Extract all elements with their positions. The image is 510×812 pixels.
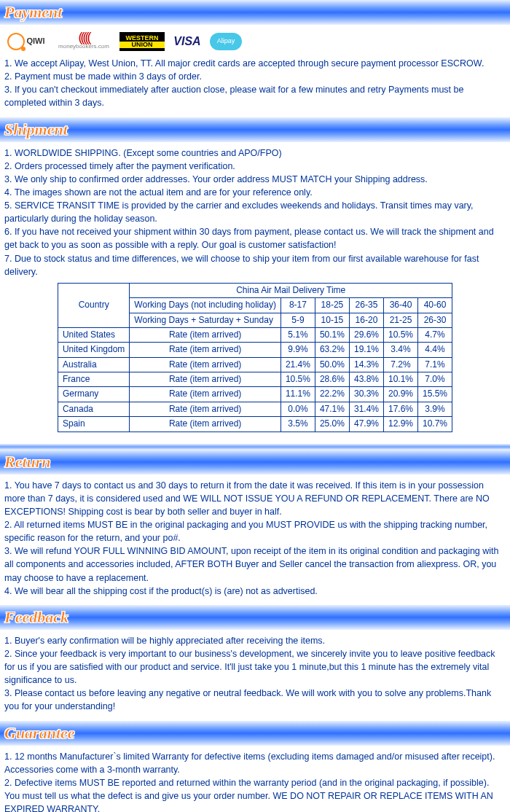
rate-cell: 28.6%: [315, 372, 349, 387]
guarantee-title: Guarantee: [4, 724, 75, 743]
sat-range-cell: 16-20: [349, 313, 383, 327]
table-row: United KingdomRate (item arrived)9.9%63.…: [58, 343, 452, 357]
shipment-line: 6. If you have not received your shipmen…: [4, 225, 506, 251]
qiwi-icon: QIWI: [4, 32, 48, 51]
country-cell: United Kingdom: [58, 343, 129, 357]
return-content: 1. You have 7 days to contact us and 30 …: [0, 475, 510, 605]
rate-cell: 29.6%: [349, 327, 383, 342]
feedback-line: 1. Buyer's early confirmation will be hi…: [4, 634, 506, 647]
country-cell: France: [58, 372, 129, 387]
rate-cell: 9.9%: [280, 343, 315, 357]
rate-cell: 20.9%: [383, 387, 417, 402]
rate-label-cell: Rate (item arrived): [130, 372, 281, 387]
rate-cell: 3.9%: [418, 402, 452, 416]
rate-cell: 10.1%: [383, 372, 417, 387]
rate-cell: 3.5%: [280, 417, 315, 432]
rate-cell: 0.0%: [280, 402, 315, 416]
delivery-time-table: CountryChina Air Mail Delivery Time Work…: [58, 283, 452, 432]
rate-label-cell: Rate (item arrived): [130, 387, 281, 402]
rate-cell: 21.4%: [280, 357, 315, 372]
rate-cell: 14.3%: [349, 357, 383, 372]
range-cell: 18-25: [315, 298, 349, 313]
rate-cell: 10.7%: [418, 417, 452, 432]
sat-range-cell: 21-25: [383, 313, 417, 327]
rate-label-cell: Rate (item arrived): [130, 343, 281, 357]
return-line: 3. We will refund YOUR FULL WINNING BID …: [4, 544, 506, 584]
rate-label-cell: Rate (item arrived): [130, 357, 281, 372]
rate-cell: 25.0%: [315, 417, 349, 432]
table-row: SpainRate (item arrived)3.5%25.0%47.9%12…: [58, 417, 452, 432]
guarantee-line: 1. 12 months Manufacturer`s limited Warr…: [4, 750, 506, 776]
rate-cell: 50.1%: [315, 327, 349, 342]
rate-label-cell: Rate (item arrived): [130, 417, 281, 432]
table-row: CanadaRate (item arrived)0.0%47.1%31.4%1…: [58, 402, 452, 416]
return-title: Return: [4, 453, 51, 472]
feedback-line: 3. Please contact us before leaving any …: [4, 687, 506, 713]
rate-cell: 17.6%: [383, 402, 417, 416]
rate-cell: 63.2%: [315, 343, 349, 357]
country-cell: Germany: [58, 387, 129, 402]
rate-cell: 19.1%: [349, 343, 383, 357]
range-cell: 36-40: [383, 298, 417, 313]
western-union-icon: WESTERNUNION: [119, 32, 165, 51]
rate-cell: 3.4%: [383, 343, 417, 357]
rate-cell: 7.0%: [418, 372, 452, 387]
visa-icon: VISA: [170, 33, 204, 50]
payment-line: 1. We accept Alipay, West Union, TT. All…: [4, 57, 506, 70]
rate-cell: 7.1%: [418, 357, 452, 372]
rate-cell: 31.4%: [349, 402, 383, 416]
guarantee-header: Guarantee: [0, 721, 510, 746]
feedback-title: Feedback: [4, 608, 68, 627]
return-header: Return: [0, 450, 510, 475]
rate-cell: 4.4%: [418, 343, 452, 357]
guarantee-content: 1. 12 months Manufacturer`s limited Warr…: [0, 746, 510, 812]
sat-range-cell: 26-30: [418, 313, 452, 327]
country-cell: Spain: [58, 417, 129, 432]
shipment-line: 7. Due to stock status and time differen…: [4, 252, 506, 278]
rate-label-cell: Rate (item arrived): [130, 402, 281, 416]
rate-cell: 30.3%: [349, 387, 383, 402]
country-header: Country: [58, 283, 129, 327]
sat-range-cell: 10-15: [315, 313, 349, 327]
rate-cell: 5.1%: [280, 327, 315, 342]
return-line: 4. We will bear all the shipping cost if…: [4, 585, 506, 598]
guarantee-line: 2. Defective items MUST BE reported and …: [4, 776, 506, 812]
rate-cell: 7.2%: [383, 357, 417, 372]
shipment-line: 4. The images shown are not the actual i…: [4, 186, 506, 199]
rate-cell: 10.5%: [383, 327, 417, 342]
payment-content: QIWI (((((moneybookers.com WESTERNUNION …: [0, 25, 510, 117]
shipment-title: Shipment: [4, 120, 68, 139]
feedback-line: 2. Since your feedback is very important…: [4, 647, 506, 687]
shipment-header: Shipment: [0, 117, 510, 142]
shipment-line: 1. WORLDWIDE SHIPPING. (Except some coun…: [4, 147, 506, 160]
shipment-line: 2. Orders processed timely after the pay…: [4, 160, 506, 173]
shipment-content: 1. WORLDWIDE SHIPPING. (Except some coun…: [0, 142, 510, 444]
moneybookers-icon: (((((moneybookers.com: [54, 32, 114, 51]
working-sat-label: Working Days + Saturday + Sunday: [130, 313, 281, 327]
payment-line: 2. Payment must be made within 3 days of…: [4, 70, 506, 83]
country-cell: United States: [58, 327, 129, 342]
rate-cell: 22.2%: [315, 387, 349, 402]
rate-cell: 50.0%: [315, 357, 349, 372]
return-line: 2. All returned items MUST BE in the ori…: [4, 518, 506, 544]
feedback-header: Feedback: [0, 605, 510, 630]
payment-line: 3. If you can't checkout immediately aft…: [4, 83, 506, 109]
rate-cell: 10.5%: [280, 372, 315, 387]
table-row: AustraliaRate (item arrived)21.4%50.0%14…: [58, 357, 452, 372]
rate-cell: 4.7%: [418, 327, 452, 342]
shipment-line: 3. We only ship to confirmed order addre…: [4, 173, 506, 186]
table-row: FranceRate (item arrived)10.5%28.6%43.8%…: [58, 372, 452, 387]
range-cell: 26-35: [349, 298, 383, 313]
table-row: United StatesRate (item arrived)5.1%50.1…: [58, 327, 452, 342]
table-row: GermanyRate (item arrived)11.1%22.2%30.3…: [58, 387, 452, 402]
table-title: China Air Mail Delivery Time: [130, 283, 452, 297]
range-cell: 40-60: [418, 298, 452, 313]
payment-logos: QIWI (((((moneybookers.com WESTERNUNION …: [4, 29, 506, 57]
rate-cell: 15.5%: [418, 387, 452, 402]
country-cell: Canada: [58, 402, 129, 416]
payment-title: Payment: [4, 3, 62, 22]
sat-range-cell: 5-9: [280, 313, 315, 327]
return-line: 1. You have 7 days to contact us and 30 …: [4, 479, 506, 518]
working-days-label: Working Days (not including holiday): [130, 298, 281, 313]
range-cell: 8-17: [280, 298, 315, 313]
